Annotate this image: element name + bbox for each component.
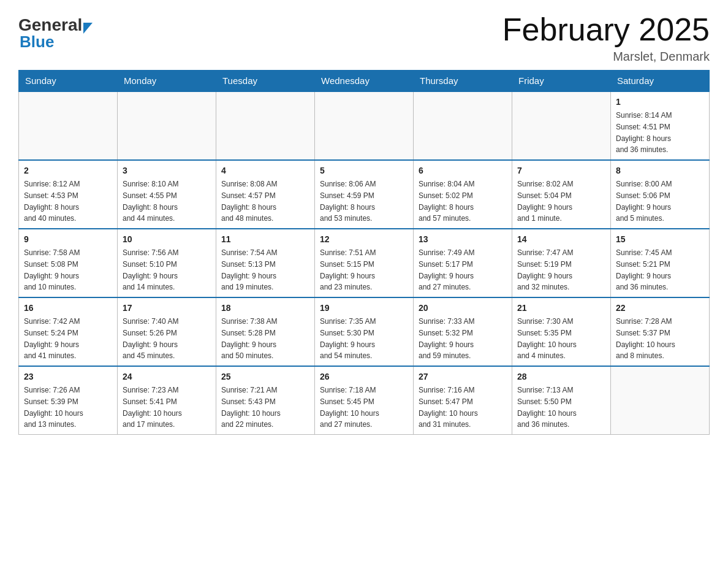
calendar-day-cell: [611, 366, 710, 435]
day-info: Sunrise: 8:06 AM Sunset: 4:59 PM Dayligh…: [320, 180, 376, 223]
calendar-day-cell: 4Sunrise: 8:08 AM Sunset: 4:57 PM Daylig…: [216, 160, 315, 229]
day-number: 28: [517, 370, 605, 383]
calendar-day-cell: 9Sunrise: 7:58 AM Sunset: 5:08 PM Daylig…: [19, 229, 118, 297]
calendar-day-cell: 22Sunrise: 7:28 AM Sunset: 5:37 PM Dayli…: [611, 297, 710, 366]
calendar-day-cell: 2Sunrise: 8:12 AM Sunset: 4:53 PM Daylig…: [19, 160, 118, 229]
calendar-week-row: 2Sunrise: 8:12 AM Sunset: 4:53 PM Daylig…: [19, 160, 710, 229]
calendar-day-cell: 17Sunrise: 7:40 AM Sunset: 5:26 PM Dayli…: [118, 297, 216, 366]
day-number: 23: [24, 370, 112, 383]
day-number: 1: [616, 96, 704, 109]
calendar-day-cell: 19Sunrise: 7:35 AM Sunset: 5:30 PM Dayli…: [315, 297, 414, 366]
day-number: 3: [123, 164, 211, 177]
day-number: 19: [320, 302, 408, 315]
day-number: 13: [419, 233, 507, 246]
day-info: Sunrise: 8:14 AM Sunset: 4:51 PM Dayligh…: [616, 111, 672, 154]
calendar-day-cell: 20Sunrise: 7:33 AM Sunset: 5:32 PM Dayli…: [414, 297, 512, 366]
day-number: 5: [320, 164, 408, 177]
day-number: 16: [24, 302, 112, 315]
day-info: Sunrise: 7:54 AM Sunset: 5:13 PM Dayligh…: [221, 248, 277, 291]
day-number: 20: [419, 302, 507, 315]
day-number: 25: [221, 370, 309, 383]
day-info: Sunrise: 8:02 AM Sunset: 5:04 PM Dayligh…: [517, 180, 573, 223]
calendar-day-cell: 23Sunrise: 7:26 AM Sunset: 5:39 PM Dayli…: [19, 366, 118, 435]
day-number: 15: [616, 233, 704, 246]
calendar-day-cell: [216, 91, 315, 160]
day-number: 21: [517, 302, 605, 315]
calendar-day-cell: 13Sunrise: 7:49 AM Sunset: 5:17 PM Dayli…: [414, 229, 512, 297]
col-header-saturday: Saturday: [611, 71, 710, 92]
day-info: Sunrise: 7:35 AM Sunset: 5:30 PM Dayligh…: [320, 317, 376, 360]
calendar-header-row: SundayMondayTuesdayWednesdayThursdayFrid…: [19, 71, 710, 92]
day-number: 2: [24, 164, 112, 177]
day-info: Sunrise: 7:21 AM Sunset: 5:43 PM Dayligh…: [221, 386, 281, 429]
location-label: Marslet, Denmark: [502, 50, 710, 64]
calendar-day-cell: 10Sunrise: 7:56 AM Sunset: 5:10 PM Dayli…: [118, 229, 216, 297]
page-header: General Blue February 2025 Marslet, Denm…: [18, 12, 710, 64]
day-number: 24: [123, 370, 211, 383]
day-info: Sunrise: 8:04 AM Sunset: 5:02 PM Dayligh…: [419, 180, 474, 223]
day-number: 27: [419, 370, 507, 383]
col-header-wednesday: Wednesday: [315, 71, 414, 92]
col-header-friday: Friday: [512, 71, 611, 92]
calendar-day-cell: 3Sunrise: 8:10 AM Sunset: 4:55 PM Daylig…: [118, 160, 216, 229]
day-info: Sunrise: 7:26 AM Sunset: 5:39 PM Dayligh…: [24, 386, 83, 429]
calendar-day-cell: 7Sunrise: 8:02 AM Sunset: 5:04 PM Daylig…: [512, 160, 611, 229]
calendar-day-cell: 16Sunrise: 7:42 AM Sunset: 5:24 PM Dayli…: [19, 297, 118, 366]
calendar-day-cell: 1Sunrise: 8:14 AM Sunset: 4:51 PM Daylig…: [611, 91, 710, 160]
calendar-table: SundayMondayTuesdayWednesdayThursdayFrid…: [18, 70, 710, 435]
col-header-thursday: Thursday: [414, 71, 512, 92]
day-info: Sunrise: 7:49 AM Sunset: 5:17 PM Dayligh…: [419, 248, 474, 291]
calendar-day-cell: 27Sunrise: 7:16 AM Sunset: 5:47 PM Dayli…: [414, 366, 512, 435]
day-info: Sunrise: 8:12 AM Sunset: 4:53 PM Dayligh…: [24, 180, 80, 223]
day-number: 6: [419, 164, 507, 177]
day-info: Sunrise: 7:18 AM Sunset: 5:45 PM Dayligh…: [320, 386, 379, 429]
day-info: Sunrise: 7:38 AM Sunset: 5:28 PM Dayligh…: [221, 317, 277, 360]
calendar-day-cell: 14Sunrise: 7:47 AM Sunset: 5:19 PM Dayli…: [512, 229, 611, 297]
calendar-day-cell: 15Sunrise: 7:45 AM Sunset: 5:21 PM Dayli…: [611, 229, 710, 297]
day-number: 22: [616, 302, 704, 315]
day-number: 4: [221, 164, 309, 177]
day-info: Sunrise: 8:10 AM Sunset: 4:55 PM Dayligh…: [123, 180, 178, 223]
calendar-day-cell: 8Sunrise: 8:00 AM Sunset: 5:06 PM Daylig…: [611, 160, 710, 229]
day-info: Sunrise: 7:47 AM Sunset: 5:19 PM Dayligh…: [517, 248, 573, 291]
day-info: Sunrise: 7:16 AM Sunset: 5:47 PM Dayligh…: [419, 386, 478, 429]
logo-blue-text: Blue: [18, 33, 54, 52]
calendar-week-row: 23Sunrise: 7:26 AM Sunset: 5:39 PM Dayli…: [19, 366, 710, 435]
calendar-day-cell: [315, 91, 414, 160]
col-header-tuesday: Tuesday: [216, 71, 315, 92]
day-info: Sunrise: 8:00 AM Sunset: 5:06 PM Dayligh…: [616, 180, 672, 223]
calendar-week-row: 1Sunrise: 8:14 AM Sunset: 4:51 PM Daylig…: [19, 91, 710, 160]
calendar-day-cell: 12Sunrise: 7:51 AM Sunset: 5:15 PM Dayli…: [315, 229, 414, 297]
calendar-day-cell: 25Sunrise: 7:21 AM Sunset: 5:43 PM Dayli…: [216, 366, 315, 435]
day-info: Sunrise: 7:23 AM Sunset: 5:41 PM Dayligh…: [123, 386, 182, 429]
day-number: 12: [320, 233, 408, 246]
day-info: Sunrise: 7:33 AM Sunset: 5:32 PM Dayligh…: [419, 317, 474, 360]
calendar-day-cell: 21Sunrise: 7:30 AM Sunset: 5:35 PM Dayli…: [512, 297, 611, 366]
calendar-day-cell: 26Sunrise: 7:18 AM Sunset: 5:45 PM Dayli…: [315, 366, 414, 435]
day-number: 11: [221, 233, 309, 246]
day-info: Sunrise: 7:28 AM Sunset: 5:37 PM Dayligh…: [616, 317, 675, 360]
day-number: 18: [221, 302, 309, 315]
day-info: Sunrise: 7:30 AM Sunset: 5:35 PM Dayligh…: [517, 317, 577, 360]
day-info: Sunrise: 7:13 AM Sunset: 5:50 PM Dayligh…: [517, 386, 577, 429]
logo: General Blue: [18, 12, 93, 52]
title-section: February 2025 Marslet, Denmark: [502, 12, 710, 64]
logo-arrow-icon: [83, 23, 93, 34]
calendar-day-cell: 18Sunrise: 7:38 AM Sunset: 5:28 PM Dayli…: [216, 297, 315, 366]
day-number: 7: [517, 164, 605, 177]
day-number: 8: [616, 164, 704, 177]
day-info: Sunrise: 7:40 AM Sunset: 5:26 PM Dayligh…: [123, 317, 178, 360]
calendar-day-cell: [414, 91, 512, 160]
day-number: 17: [123, 302, 211, 315]
calendar-day-cell: 24Sunrise: 7:23 AM Sunset: 5:41 PM Dayli…: [118, 366, 216, 435]
day-info: Sunrise: 7:42 AM Sunset: 5:24 PM Dayligh…: [24, 317, 80, 360]
day-number: 10: [123, 233, 211, 246]
day-number: 14: [517, 233, 605, 246]
calendar-day-cell: [512, 91, 611, 160]
month-title: February 2025: [502, 12, 710, 47]
day-info: Sunrise: 7:58 AM Sunset: 5:08 PM Dayligh…: [24, 248, 80, 291]
day-info: Sunrise: 7:51 AM Sunset: 5:15 PM Dayligh…: [320, 248, 376, 291]
day-info: Sunrise: 7:45 AM Sunset: 5:21 PM Dayligh…: [616, 248, 672, 291]
calendar-day-cell: [118, 91, 216, 160]
day-info: Sunrise: 7:56 AM Sunset: 5:10 PM Dayligh…: [123, 248, 178, 291]
